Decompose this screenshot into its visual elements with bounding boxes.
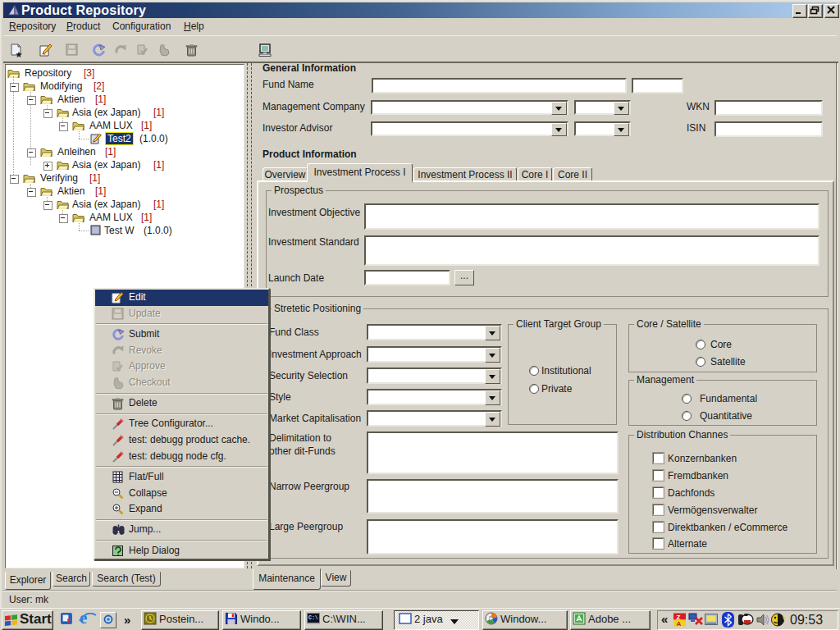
svg-text:A: A <box>677 620 682 627</box>
svg-text:C:\: C:\ <box>308 615 318 621</box>
